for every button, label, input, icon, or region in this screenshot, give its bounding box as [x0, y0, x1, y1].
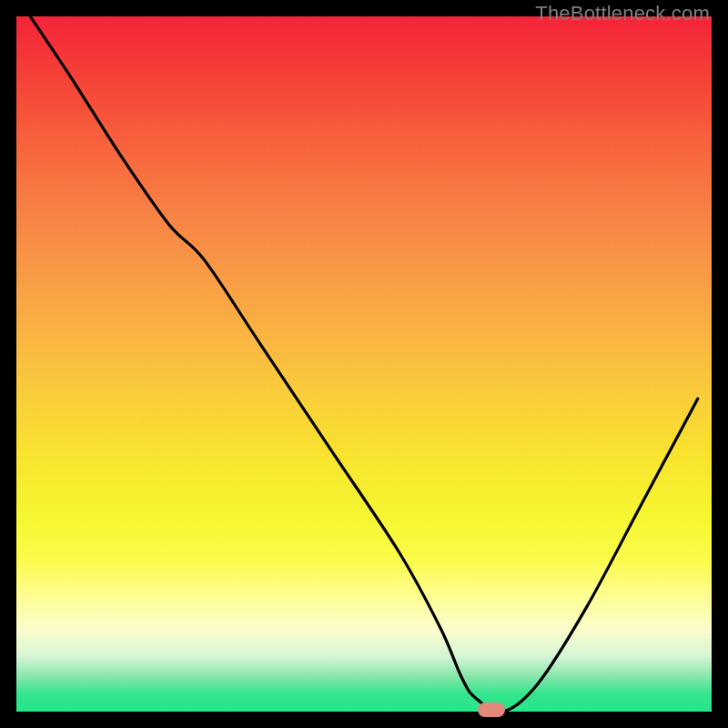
- watermark-text: TheBottleneck.com: [535, 2, 710, 25]
- plot-area: [16, 16, 712, 712]
- chart-frame: TheBottleneck.com: [0, 0, 728, 728]
- bottleneck-curve: [16, 16, 712, 712]
- optimal-point-marker: [478, 703, 505, 717]
